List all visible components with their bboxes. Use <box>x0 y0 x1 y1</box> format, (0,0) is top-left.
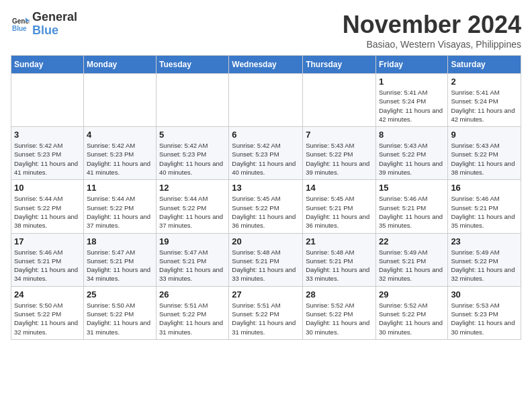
day-info: Sunrise: 5:47 AM Sunset: 5:21 PM Dayligh… <box>87 248 153 283</box>
day-number: 28 <box>306 289 373 300</box>
day-info: Sunrise: 5:46 AM Sunset: 5:21 PM Dayligh… <box>379 194 445 230</box>
day-info: Sunrise: 5:42 AM Sunset: 5:23 PM Dayligh… <box>14 141 81 177</box>
day-info: Sunrise: 5:43 AM Sunset: 5:22 PM Dayligh… <box>379 141 445 177</box>
day-number: 17 <box>14 236 81 246</box>
calendar-week-row: 10Sunrise: 5:44 AM Sunset: 5:22 PM Dayli… <box>11 180 521 233</box>
day-info: Sunrise: 5:44 AM Sunset: 5:22 PM Dayligh… <box>87 194 153 230</box>
day-number: 21 <box>306 236 373 246</box>
day-number: 9 <box>451 130 518 140</box>
calendar-day-cell: 23Sunrise: 5:49 AM Sunset: 5:22 PM Dayli… <box>448 233 521 286</box>
weekday-header-cell: Tuesday <box>157 56 229 74</box>
day-info: Sunrise: 5:48 AM Sunset: 5:21 PM Dayligh… <box>232 248 300 283</box>
calendar-day-cell: 9Sunrise: 5:43 AM Sunset: 5:22 PM Daylig… <box>448 127 521 180</box>
weekday-header-cell: Friday <box>375 56 447 74</box>
day-info: Sunrise: 5:50 AM Sunset: 5:22 PM Dayligh… <box>87 301 153 336</box>
weekday-header-cell: Sunday <box>11 56 84 74</box>
day-info: Sunrise: 5:46 AM Sunset: 5:21 PM Dayligh… <box>451 194 518 230</box>
location-subtitle: Basiao, Western Visayas, Philippines <box>343 39 521 50</box>
weekday-header: SundayMondayTuesdayWednesdayThursdayFrid… <box>11 56 521 74</box>
calendar-day-cell <box>83 74 156 127</box>
calendar-day-cell: 27Sunrise: 5:51 AM Sunset: 5:22 PM Dayli… <box>229 286 303 339</box>
day-number: 29 <box>379 289 445 300</box>
calendar-day-cell: 26Sunrise: 5:51 AM Sunset: 5:22 PM Dayli… <box>157 286 229 339</box>
calendar-week-row: 17Sunrise: 5:46 AM Sunset: 5:21 PM Dayli… <box>11 233 521 286</box>
day-number: 18 <box>87 236 153 246</box>
day-number: 5 <box>159 130 226 140</box>
day-number: 8 <box>379 130 445 140</box>
weekday-header-cell: Thursday <box>303 56 376 74</box>
day-info: Sunrise: 5:46 AM Sunset: 5:21 PM Dayligh… <box>14 248 81 283</box>
calendar-day-cell: 15Sunrise: 5:46 AM Sunset: 5:21 PM Dayli… <box>375 180 447 233</box>
calendar-day-cell: 8Sunrise: 5:43 AM Sunset: 5:22 PM Daylig… <box>375 127 447 180</box>
day-number: 7 <box>306 130 373 140</box>
weekday-header-cell: Monday <box>83 56 156 74</box>
calendar-day-cell: 30Sunrise: 5:53 AM Sunset: 5:23 PM Dayli… <box>448 286 521 339</box>
day-info: Sunrise: 5:47 AM Sunset: 5:21 PM Dayligh… <box>159 248 226 283</box>
calendar-day-cell: 13Sunrise: 5:45 AM Sunset: 5:22 PM Dayli… <box>229 180 303 233</box>
day-info: Sunrise: 5:49 AM Sunset: 5:22 PM Dayligh… <box>451 248 518 283</box>
calendar-day-cell: 5Sunrise: 5:42 AM Sunset: 5:23 PM Daylig… <box>157 127 229 180</box>
calendar-day-cell: 16Sunrise: 5:46 AM Sunset: 5:21 PM Dayli… <box>448 180 521 233</box>
day-info: Sunrise: 5:41 AM Sunset: 5:24 PM Dayligh… <box>451 88 518 124</box>
calendar-day-cell: 21Sunrise: 5:48 AM Sunset: 5:21 PM Dayli… <box>303 233 376 286</box>
calendar-day-cell: 4Sunrise: 5:42 AM Sunset: 5:23 PM Daylig… <box>83 127 156 180</box>
calendar-day-cell <box>11 74 84 127</box>
calendar-day-cell: 22Sunrise: 5:49 AM Sunset: 5:21 PM Dayli… <box>375 233 447 286</box>
day-info: Sunrise: 5:51 AM Sunset: 5:22 PM Dayligh… <box>232 301 300 336</box>
calendar-day-cell: 19Sunrise: 5:47 AM Sunset: 5:21 PM Dayli… <box>157 233 229 286</box>
day-number: 23 <box>451 236 518 246</box>
day-info: Sunrise: 5:42 AM Sunset: 5:23 PM Dayligh… <box>159 141 226 177</box>
header: General Blue General Blue November 2024 … <box>11 11 521 50</box>
day-info: Sunrise: 5:44 AM Sunset: 5:22 PM Dayligh… <box>14 194 81 230</box>
calendar-day-cell: 1Sunrise: 5:41 AM Sunset: 5:24 PM Daylig… <box>375 74 447 127</box>
weekday-header-cell: Saturday <box>448 56 521 74</box>
calendar-day-cell: 3Sunrise: 5:42 AM Sunset: 5:23 PM Daylig… <box>11 127 84 180</box>
day-number: 20 <box>232 236 300 246</box>
month-title: November 2024 <box>343 11 521 39</box>
calendar-week-row: 3Sunrise: 5:42 AM Sunset: 5:23 PM Daylig… <box>11 127 521 180</box>
day-number: 2 <box>451 77 518 87</box>
day-number: 1 <box>379 77 445 87</box>
day-number: 15 <box>379 183 445 193</box>
day-number: 30 <box>451 289 518 300</box>
day-number: 19 <box>159 236 226 246</box>
day-number: 26 <box>159 289 226 300</box>
calendar-day-cell <box>157 74 229 127</box>
day-number: 12 <box>159 183 226 193</box>
day-info: Sunrise: 5:50 AM Sunset: 5:22 PM Dayligh… <box>14 301 81 336</box>
day-number: 22 <box>379 236 445 246</box>
calendar: SundayMondayTuesdayWednesdayThursdayFrid… <box>11 55 521 340</box>
calendar-day-cell: 2Sunrise: 5:41 AM Sunset: 5:24 PM Daylig… <box>448 74 521 127</box>
day-info: Sunrise: 5:42 AM Sunset: 5:23 PM Dayligh… <box>87 141 153 177</box>
calendar-day-cell: 28Sunrise: 5:52 AM Sunset: 5:22 PM Dayli… <box>303 286 376 339</box>
calendar-day-cell: 10Sunrise: 5:44 AM Sunset: 5:22 PM Dayli… <box>11 180 84 233</box>
day-number: 25 <box>87 289 153 300</box>
day-info: Sunrise: 5:45 AM Sunset: 5:21 PM Dayligh… <box>306 194 373 230</box>
day-number: 16 <box>451 183 518 193</box>
calendar-week-row: 24Sunrise: 5:50 AM Sunset: 5:22 PM Dayli… <box>11 286 521 339</box>
day-info: Sunrise: 5:43 AM Sunset: 5:22 PM Dayligh… <box>306 141 373 177</box>
calendar-day-cell <box>229 74 303 127</box>
calendar-day-cell: 14Sunrise: 5:45 AM Sunset: 5:21 PM Dayli… <box>303 180 376 233</box>
logo-icon: General Blue <box>11 15 30 34</box>
svg-text:Blue: Blue <box>12 25 27 32</box>
day-info: Sunrise: 5:49 AM Sunset: 5:21 PM Dayligh… <box>379 248 445 283</box>
title-area: November 2024 Basiao, Western Visayas, P… <box>343 11 521 50</box>
day-info: Sunrise: 5:41 AM Sunset: 5:24 PM Dayligh… <box>379 88 445 124</box>
day-number: 3 <box>14 130 81 140</box>
calendar-day-cell: 18Sunrise: 5:47 AM Sunset: 5:21 PM Dayli… <box>83 233 156 286</box>
calendar-day-cell: 20Sunrise: 5:48 AM Sunset: 5:21 PM Dayli… <box>229 233 303 286</box>
day-info: Sunrise: 5:44 AM Sunset: 5:22 PM Dayligh… <box>159 194 226 230</box>
day-number: 6 <box>232 130 300 140</box>
day-info: Sunrise: 5:48 AM Sunset: 5:21 PM Dayligh… <box>306 248 373 283</box>
day-number: 4 <box>87 130 153 140</box>
day-info: Sunrise: 5:52 AM Sunset: 5:22 PM Dayligh… <box>306 301 373 336</box>
calendar-body: 1Sunrise: 5:41 AM Sunset: 5:24 PM Daylig… <box>11 74 521 340</box>
calendar-day-cell <box>303 74 376 127</box>
day-info: Sunrise: 5:51 AM Sunset: 5:22 PM Dayligh… <box>159 301 226 336</box>
calendar-day-cell: 11Sunrise: 5:44 AM Sunset: 5:22 PM Dayli… <box>83 180 156 233</box>
day-info: Sunrise: 5:43 AM Sunset: 5:22 PM Dayligh… <box>451 141 518 177</box>
calendar-day-cell: 7Sunrise: 5:43 AM Sunset: 5:22 PM Daylig… <box>303 127 376 180</box>
logo-text: General Blue <box>32 11 77 38</box>
day-number: 27 <box>232 289 300 300</box>
